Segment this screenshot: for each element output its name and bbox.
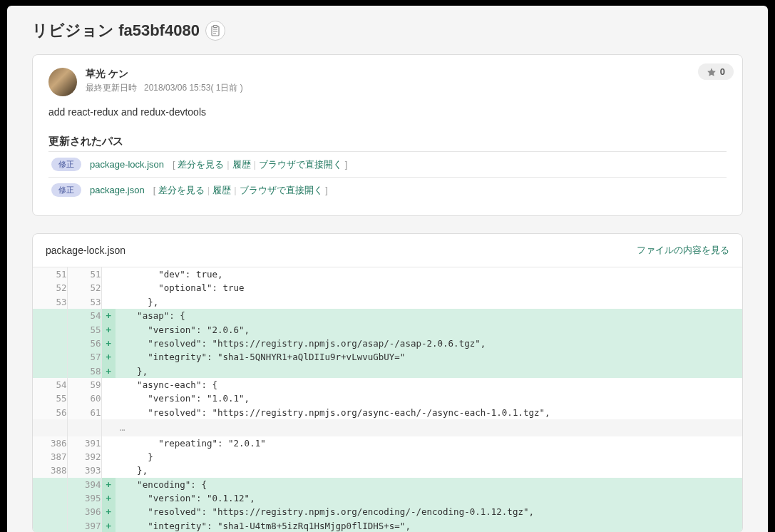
diff-link[interactable]: 差分を見る	[178, 159, 224, 170]
browser-link[interactable]: ブラウザで直接開く	[240, 185, 323, 195]
diff-line: 394+ "encoding": {	[33, 478, 742, 491]
diff-line: 5459 "async-each": {	[33, 378, 742, 392]
code-line: "resolved": "https://registry.npmjs.org/…	[116, 337, 742, 350]
diff-mark	[101, 378, 116, 392]
new-line-number: 53	[67, 295, 101, 309]
code-line: "version": "2.0.6",	[116, 323, 742, 337]
path-row: 修正package.json[ 差分を見る|履歴|ブラウザで直接開く ]	[48, 178, 727, 203]
diff-line: 395+ "version": "0.1.12",	[33, 491, 742, 505]
path-name[interactable]: package-lock.json	[90, 159, 164, 170]
new-line-number: 394	[67, 478, 101, 491]
clipboard-icon	[210, 25, 220, 36]
diff-line: 386391 "repeating": "2.0.1"	[33, 436, 742, 450]
author-date: 最終更新日時 2018/03/06 15:53( 1日前 )	[86, 82, 243, 94]
diff-mark	[101, 281, 116, 295]
copy-revision-button[interactable]	[205, 21, 225, 41]
new-line-number: 54	[67, 309, 101, 322]
old-line-number	[33, 519, 67, 532]
diff-line: 58+ },	[33, 364, 742, 378]
code-line: "resolved": "https://registry.npmjs.org/…	[116, 406, 742, 419]
diff-filename: package-lock.json	[46, 245, 125, 256]
old-line-number	[33, 505, 67, 518]
diff-line: 5353 },	[33, 295, 742, 309]
code-line: "integrity": "sha1-5QNHYR1+aQlDIIu9r+vLw…	[116, 350, 742, 364]
old-line-number: 55	[33, 392, 67, 405]
code-line: "asap": {	[116, 309, 742, 322]
path-actions: [ 差分を見る|履歴|ブラウザで直接開く ]	[153, 184, 328, 197]
mod-badge: 修正	[51, 158, 81, 171]
new-line-number: 61	[67, 406, 101, 419]
diff-link[interactable]: 差分を見る	[158, 185, 205, 195]
diff-gap-row: …	[33, 419, 742, 436]
diff-mark	[101, 406, 116, 419]
diff-line: 387392 }	[33, 450, 742, 464]
path-actions: [ 差分を見る|履歴|ブラウザで直接開く ]	[173, 158, 347, 171]
diff-line: 388393 },	[33, 464, 742, 477]
diff-line: 56+ "resolved": "https://registry.npmjs.…	[33, 337, 742, 350]
new-line-number: 393	[67, 464, 101, 477]
diff-line: 397+ "integrity": "sha1-U4tm8+5izRq1HsMj…	[33, 519, 742, 532]
code-line: "optional": true	[116, 281, 742, 295]
diff-mark	[101, 436, 116, 450]
avatar	[48, 68, 77, 96]
code-line: "integrity": "sha1-U4tm8+5izRq1HsMjgp0fl…	[116, 519, 742, 532]
history-link[interactable]: 履歴	[212, 185, 231, 195]
diff-line: 5560 "version": "1.0.1",	[33, 392, 742, 405]
diff-mark	[101, 450, 116, 464]
code-line: "async-each": {	[116, 378, 742, 392]
path-name[interactable]: package.json	[90, 185, 145, 195]
new-line-number: 395	[67, 491, 101, 505]
old-line-number: 56	[33, 406, 67, 419]
new-line-number: 57	[67, 350, 101, 364]
new-line-number: 58	[67, 364, 101, 378]
paths-heading: 更新されたパス	[48, 135, 727, 148]
mod-badge: 修正	[51, 183, 81, 197]
diff-mark: +	[101, 350, 116, 364]
commit-message: add react-redux and redux-devtools	[48, 106, 727, 118]
new-line-number: 59	[67, 378, 101, 392]
old-line-number	[33, 364, 67, 378]
star-icon	[707, 67, 717, 77]
new-line-number: 392	[67, 450, 101, 464]
old-line-number	[33, 309, 67, 322]
diff-line: 55+ "version": "2.0.6",	[33, 323, 742, 337]
date-value: 2018/03/06 15:53( 1日前 )	[144, 83, 243, 93]
code-line: "encoding": {	[116, 478, 742, 491]
diff-mark: +	[101, 505, 116, 518]
old-line-number: 54	[33, 378, 67, 392]
diff-line: 5252 "optional": true	[33, 281, 742, 295]
code-line: },	[116, 295, 742, 309]
revision-header: リビジョン fa53bf4080	[32, 20, 743, 41]
diff-mark: +	[101, 491, 116, 505]
diff-mark	[101, 464, 116, 477]
old-line-number: 52	[33, 281, 67, 295]
path-list: 修正package-lock.json[ 差分を見る|履歴|ブラウザで直接開く …	[48, 151, 727, 203]
code-line: "version": "0.1.12",	[116, 491, 742, 505]
star-count: 0	[720, 66, 725, 77]
code-line: "repeating": "2.0.1"	[116, 436, 742, 450]
history-link[interactable]: 履歴	[232, 159, 251, 170]
revision-hash: fa53bf4080	[118, 21, 200, 39]
browser-link[interactable]: ブラウザで直接開く	[259, 159, 342, 170]
new-line-number: 60	[67, 392, 101, 405]
diff-mark: +	[101, 323, 116, 337]
new-line-number: 397	[67, 519, 101, 532]
diff-line: 396+ "resolved": "https://registry.npmjs…	[33, 505, 742, 518]
author-name: 草光 ケン	[86, 68, 243, 81]
code-line: }	[116, 450, 742, 464]
new-line-number: 51	[67, 267, 101, 281]
new-line-number: 391	[67, 436, 101, 450]
old-line-number: 386	[33, 436, 67, 450]
old-line-number	[33, 478, 67, 491]
diff-mark	[101, 295, 116, 309]
diff-line: 57+ "integrity": "sha1-5QNHYR1+aQlDIIu9r…	[33, 350, 742, 364]
diff-line: 5661 "resolved": "https://registry.npmjs…	[33, 406, 742, 419]
diff-mark: +	[101, 364, 116, 378]
old-line-number: 388	[33, 464, 67, 477]
star-badge[interactable]: 0	[698, 63, 734, 80]
old-line-number: 51	[33, 267, 67, 281]
old-line-number: 387	[33, 450, 67, 464]
view-file-link[interactable]: ファイルの内容を見る	[637, 244, 729, 257]
code-line: },	[116, 464, 742, 477]
code-line: },	[116, 364, 742, 378]
